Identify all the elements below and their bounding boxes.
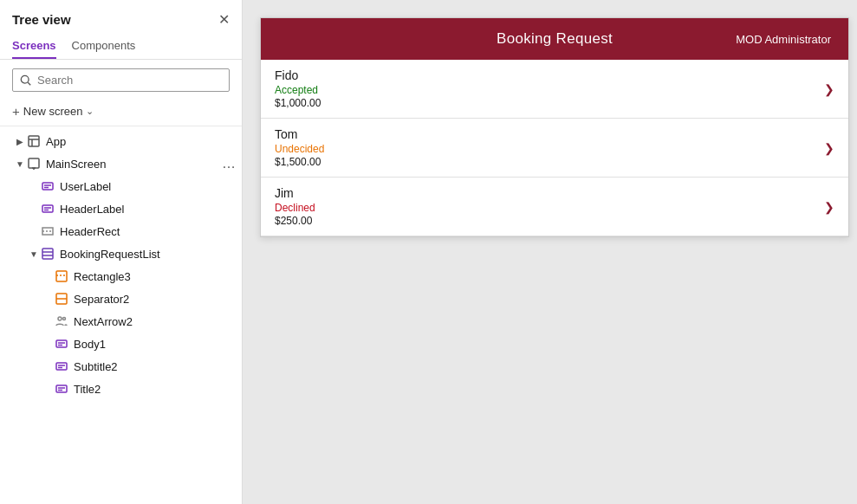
tab-components[interactable]: Components	[72, 34, 136, 59]
svg-rect-16	[42, 249, 53, 259]
separator-icon	[54, 291, 69, 307]
tree-label-separator2: Separator2	[74, 293, 237, 306]
component-icon	[54, 268, 69, 284]
screen-icon	[26, 156, 42, 171]
app-icon	[26, 133, 42, 149]
tree-item-app[interactable]: ▶ App	[0, 130, 242, 152]
svg-rect-2	[29, 136, 39, 146]
more-options-icon[interactable]: …	[222, 156, 237, 171]
tree-item-headerrect[interactable]: HeaderRect	[0, 220, 242, 242]
tree-label-body1: Body1	[74, 338, 237, 351]
tree-label-rectangle3: Rectangle3	[74, 270, 237, 283]
svg-point-0	[21, 75, 29, 83]
tab-screens[interactable]: Screens	[12, 34, 56, 59]
tree-label-subtitle2: Subtitle2	[74, 360, 237, 373]
next-arrow-icon: ❯	[824, 82, 834, 96]
booking-status: Undecided	[275, 143, 824, 155]
svg-rect-11	[42, 205, 53, 212]
chevron-down-icon: ⌄	[86, 106, 94, 117]
search-input[interactable]	[37, 74, 222, 87]
tree-label-headerrect: HeaderRect	[60, 225, 237, 238]
next-arrow-icon: ❯	[824, 141, 834, 155]
svg-rect-19	[56, 271, 67, 281]
svg-rect-5	[29, 158, 39, 168]
booking-item[interactable]: Tom Undecided $1,500.00 ❯	[261, 119, 848, 178]
label-icon	[54, 381, 69, 397]
search-area	[0, 60, 242, 100]
label-icon	[54, 359, 69, 374]
svg-rect-28	[56, 363, 67, 370]
app-header-title: Booking Request	[497, 30, 613, 48]
svg-line-1	[28, 82, 30, 85]
tree-item-userlabel[interactable]: UserLabel	[0, 175, 242, 197]
new-screen-button[interactable]: + New screen ⌄	[0, 100, 242, 126]
tree-item-body1[interactable]: Body1	[0, 333, 242, 355]
booking-name: Fido	[275, 68, 824, 82]
tree-label-app: App	[46, 135, 237, 148]
tree-item-subtitle2[interactable]: Subtitle2	[0, 355, 242, 378]
expand-icon: ▼	[14, 159, 26, 169]
booking-item[interactable]: Fido Accepted $1,000.00 ❯	[261, 60, 848, 119]
gallery-icon	[40, 246, 55, 262]
tabs-row: Screens Components	[0, 34, 242, 60]
app-header-user: MOD Administrator	[736, 33, 831, 46]
plus-icon: +	[12, 104, 20, 119]
new-screen-label: New screen	[23, 105, 83, 118]
svg-point-23	[58, 317, 62, 320]
label-icon	[54, 336, 69, 352]
next-arrow-icon: ❯	[824, 200, 834, 214]
sidebar-title: Tree view	[12, 12, 71, 27]
booking-info: Tom Undecided $1,500.00	[275, 127, 824, 168]
tree-item-nextarrow2[interactable]: NextArrow2	[0, 310, 242, 333]
tree-item-separator2[interactable]: Separator2	[0, 288, 242, 310]
svg-rect-31	[56, 385, 67, 392]
booking-info: Fido Accepted $1,000.00	[275, 68, 824, 109]
booking-status: Accepted	[275, 84, 824, 96]
expand-icon: ▼	[28, 249, 40, 259]
svg-rect-8	[42, 183, 53, 190]
booking-status: Declined	[275, 202, 824, 214]
booking-list: Fido Accepted $1,000.00 ❯ Tom Undecided …	[261, 60, 848, 236]
svg-point-24	[63, 318, 66, 320]
app-preview: Booking Request MOD Administrator Fido A…	[260, 17, 849, 237]
booking-name: Tom	[275, 127, 824, 141]
tree-item-mainscreen[interactable]: ▼ MainScreen …	[0, 152, 242, 175]
booking-name: Jim	[275, 186, 824, 200]
tree-label-title2: Title2	[74, 383, 237, 396]
search-icon	[20, 74, 32, 87]
tree-item-bookingrequestlist[interactable]: ▼ BookingRequestList	[0, 242, 242, 265]
tree-label-bookingrequestlist: BookingRequestList	[60, 248, 237, 261]
label-icon	[40, 201, 55, 216]
close-button[interactable]: ✕	[218, 13, 230, 27]
booking-item[interactable]: Jim Declined $250.00 ❯	[261, 178, 848, 236]
tree-item-rectangle3[interactable]: Rectangle3	[0, 265, 242, 288]
tree-item-title2[interactable]: Title2	[0, 378, 242, 400]
booking-amount: $250.00	[275, 215, 824, 227]
expand-icon: ▶	[14, 137, 26, 146]
svg-rect-25	[56, 340, 67, 347]
tree-label-headerlabel: HeaderLabel	[60, 203, 237, 216]
main-area: Booking Request MOD Administrator Fido A…	[243, 0, 857, 504]
people-icon	[54, 313, 69, 329]
sidebar: Tree view ✕ Screens Components + New scr…	[0, 0, 243, 504]
sidebar-header: Tree view ✕	[0, 0, 242, 34]
label-icon	[40, 178, 55, 194]
app-header: Booking Request MOD Administrator	[261, 18, 848, 60]
booking-amount: $1,000.00	[275, 97, 824, 109]
tree-view: ▶ App ▼ MainScreen …	[0, 126, 242, 504]
booking-amount: $1,500.00	[275, 156, 824, 168]
tree-label-userlabel: UserLabel	[60, 180, 237, 193]
rect-icon	[40, 223, 55, 239]
tree-label-nextarrow2: NextArrow2	[74, 315, 237, 328]
search-box	[12, 68, 230, 92]
tree-label-mainscreen: MainScreen	[46, 158, 222, 171]
booking-info: Jim Declined $250.00	[275, 186, 824, 227]
tree-item-headerlabel[interactable]: HeaderLabel	[0, 197, 242, 220]
